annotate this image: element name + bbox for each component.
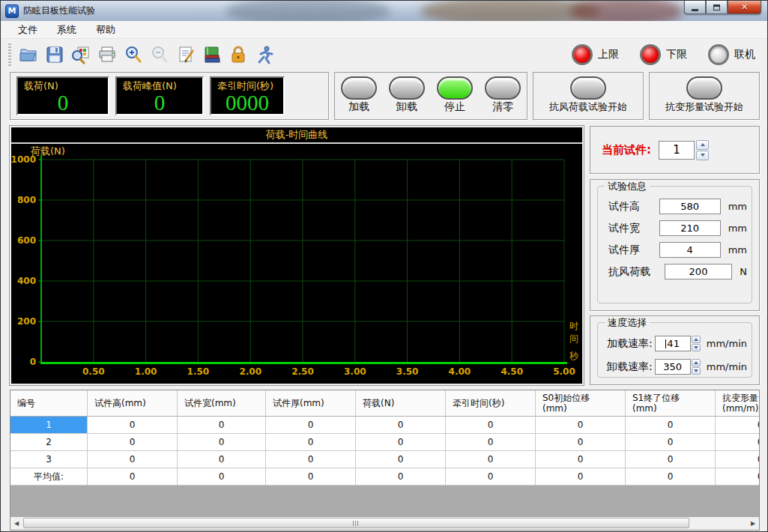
table-cell[interactable]: 0 xyxy=(716,434,760,451)
table-header-row: 编号试件高(mm)试件宽(mm)试件厚(mm)荷载(N)牵引时间(秒)S0初始位… xyxy=(10,390,759,417)
save-icon[interactable] xyxy=(41,42,67,68)
header-line2: (mm) xyxy=(542,403,625,414)
printer-icon[interactable] xyxy=(94,42,120,68)
close-button[interactable]: ✕ xyxy=(728,1,761,14)
table-cell[interactable]: 0 xyxy=(88,434,178,451)
table-cell[interactable]: 0 xyxy=(88,451,178,468)
menu-help[interactable]: 帮助 xyxy=(86,22,125,38)
table-cell[interactable]: 0 xyxy=(536,451,626,468)
row-id-cell[interactable]: 2 xyxy=(10,434,88,451)
spin-down-button[interactable] xyxy=(692,344,701,351)
table-cell[interactable]: 0 xyxy=(356,468,446,486)
table-cell[interactable]: 0 xyxy=(266,451,356,468)
control-button-label: 加载 xyxy=(348,100,369,114)
table-cell[interactable]: 0 xyxy=(446,468,536,486)
spin-up-button[interactable] xyxy=(692,336,701,343)
table-cell[interactable]: 0 xyxy=(716,468,760,486)
load-button[interactable] xyxy=(341,76,377,100)
speed-field-input[interactable]: 350 xyxy=(655,359,691,375)
table-cell[interactable]: 0 xyxy=(446,417,536,434)
table-cell[interactable]: 0 xyxy=(536,417,626,434)
table-cell[interactable]: 0 xyxy=(446,434,536,451)
menu-system[interactable]: 系统 xyxy=(47,22,86,38)
zoom-in-icon[interactable] xyxy=(120,42,146,68)
spin-down-button[interactable] xyxy=(696,151,709,160)
lock-icon[interactable] xyxy=(225,42,251,68)
menu-file[interactable]: 文件 xyxy=(8,22,47,38)
table-cell[interactable]: 0 xyxy=(626,434,716,451)
info-field-input[interactable]: 210 xyxy=(659,220,721,236)
print-preview-icon[interactable] xyxy=(67,42,94,68)
table-cell[interactable]: 0 xyxy=(536,468,626,486)
info-field-input[interactable]: 4 xyxy=(659,242,721,258)
maximize-button[interactable] xyxy=(706,1,728,14)
speed-spinner xyxy=(692,359,701,375)
svg-text:3.00: 3.00 xyxy=(344,366,366,377)
status-indicator-label: 下限 xyxy=(666,48,687,61)
table-cell[interactable]: 0 xyxy=(446,451,536,468)
app-icon: M xyxy=(5,4,19,18)
close-icon: ✕ xyxy=(741,1,748,14)
table-header-cell: 抗变形量(mm/m) xyxy=(716,390,760,416)
wind-load-test-start-button[interactable] xyxy=(570,76,606,100)
control-button-wrap: 卸载 xyxy=(389,76,425,114)
stop-button[interactable] xyxy=(437,76,473,100)
table-cell[interactable]: 0 xyxy=(626,468,716,486)
header-line1: 荷载(N) xyxy=(363,398,445,408)
row-id-cell[interactable]: 1 xyxy=(10,417,88,434)
info-field-input[interactable]: 200 xyxy=(665,264,733,279)
status-indicator: 联机 xyxy=(708,44,755,65)
load-time-chart: 020040060080010000.501.001.502.002.503.0… xyxy=(11,144,582,384)
svg-text:4.50: 4.50 xyxy=(501,366,523,377)
table-cell[interactable]: 0 xyxy=(626,417,716,434)
books-icon[interactable] xyxy=(199,42,225,68)
table-cell[interactable]: 0 xyxy=(716,417,760,434)
table-cell[interactable]: 0 xyxy=(626,451,716,468)
runner-icon[interactable] xyxy=(251,42,277,68)
scroll-left-arrow[interactable]: ◀ xyxy=(10,517,22,529)
report-icon[interactable] xyxy=(172,42,199,68)
info-field-row: 试件宽210mm xyxy=(602,217,747,239)
scrollbar-thumb[interactable] xyxy=(23,518,689,528)
table-cell[interactable]: 0 xyxy=(356,417,446,434)
table-cell[interactable]: 0 xyxy=(356,434,446,451)
unload-button[interactable] xyxy=(389,76,425,100)
table-cell[interactable]: 0 xyxy=(266,468,356,486)
table-cell[interactable]: 0 xyxy=(178,468,266,486)
open-folder-icon[interactable] xyxy=(15,42,41,68)
current-specimen-input[interactable]: 1 xyxy=(659,141,695,160)
row-id-cell[interactable]: 3 xyxy=(10,451,88,468)
table-cell[interactable]: 0 xyxy=(88,468,178,486)
spin-up-button[interactable] xyxy=(692,359,701,366)
row-id-cell[interactable]: 平均值: xyxy=(10,468,88,486)
horizontal-scrollbar[interactable]: ◀ ▶ xyxy=(10,516,759,530)
header-line1: 试件高(mm) xyxy=(94,398,177,408)
table-cell[interactable]: 0 xyxy=(178,451,266,468)
info-field-label: 抗风荷载 xyxy=(608,265,665,279)
upper-limit-led xyxy=(572,44,593,65)
table-cell[interactable]: 0 xyxy=(178,434,266,451)
toolbar-gripper[interactable] xyxy=(8,43,11,66)
status-indicator: 上限 xyxy=(572,44,619,65)
spin-up-button[interactable] xyxy=(696,140,709,150)
table-cell[interactable]: 0 xyxy=(266,434,356,451)
table-cell[interactable]: 0 xyxy=(716,451,760,468)
peak-load-display-value: 0 xyxy=(123,93,196,112)
table-cell[interactable]: 0 xyxy=(536,434,626,451)
spin-down-button[interactable] xyxy=(692,367,701,375)
info-field-input[interactable]: 580 xyxy=(659,199,721,214)
down-arrow-icon xyxy=(701,154,705,157)
table-cell[interactable]: 0 xyxy=(266,417,356,434)
zero-button[interactable] xyxy=(485,76,521,100)
traction-time-display-value: 0000 xyxy=(217,93,277,112)
speed-field-input[interactable]: 41 xyxy=(655,336,691,351)
deformation-test-start-button[interactable] xyxy=(686,76,722,100)
table-cell[interactable]: 0 xyxy=(178,417,266,434)
scroll-right-arrow[interactable]: ▶ xyxy=(747,517,759,529)
table-cell[interactable]: 0 xyxy=(88,417,178,434)
control-button-label: 停止 xyxy=(444,100,465,114)
speed-field-row: 加载速率:41mm/min xyxy=(602,332,747,355)
minimize-button[interactable] xyxy=(684,1,706,14)
table-cell[interactable]: 0 xyxy=(356,451,446,468)
up-arrow-icon xyxy=(694,361,698,364)
